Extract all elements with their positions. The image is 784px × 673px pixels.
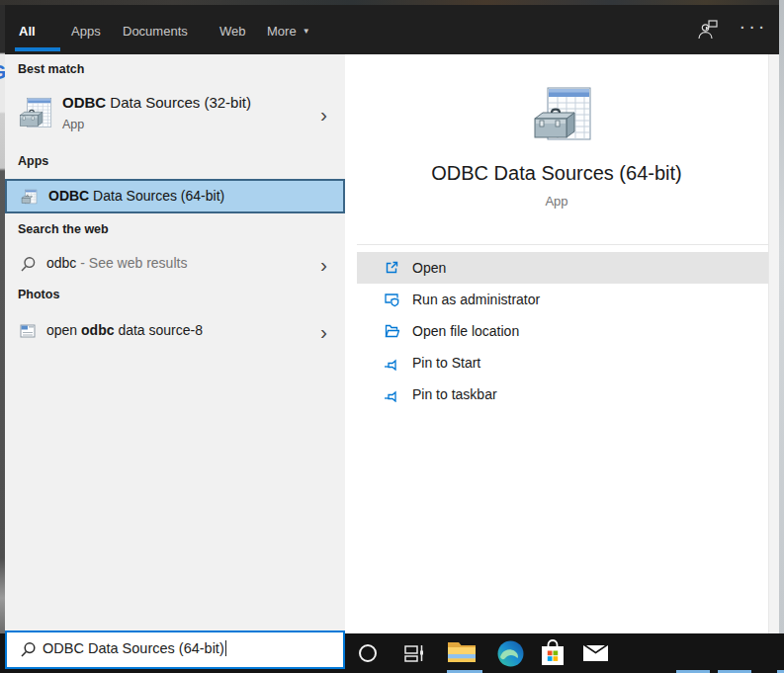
tab-all[interactable]: All — [19, 24, 36, 39]
chevron-right-icon: › — [320, 321, 327, 342]
search-web-heading: Search the web — [18, 222, 109, 236]
mail-icon[interactable] — [582, 642, 609, 668]
more-options-icon[interactable]: ··· — [737, 15, 770, 38]
tab-more[interactable]: More▼ — [267, 24, 310, 39]
search-icon — [20, 256, 37, 277]
action-pin-to-start[interactable]: Pin to Start — [357, 347, 768, 379]
preview-panel: ODBC Data Sources (64-bit) App Open Run … — [345, 54, 768, 633]
result-title: odbc - See web results — [46, 255, 187, 271]
divider — [357, 244, 768, 245]
active-tab-indicator — [15, 47, 60, 51]
search-input[interactable]: ODBC Data Sources (64-bit) — [5, 631, 345, 669]
preview-app-title: ODBC Data Sources (64-bit) — [345, 162, 768, 185]
scrollbar[interactable] — [768, 54, 779, 633]
apps-heading: Apps — [18, 154, 48, 168]
result-photo[interactable]: open odbc data source-8 › — [5, 312, 345, 352]
results-panel: Best match — [5, 54, 345, 633]
result-odbc-64bit-selected[interactable]: ODBC Data Sources (64-bit) — [5, 179, 345, 213]
tab-apps[interactable]: Apps — [71, 24, 101, 39]
admin-shield-icon — [384, 292, 399, 307]
tab-documents[interactable]: Documents — [123, 24, 188, 39]
text-cursor — [225, 640, 226, 656]
action-pin-to-taskbar[interactable]: Pin to taskbar — [357, 379, 768, 410]
chevron-right-icon: › — [320, 254, 327, 275]
result-odbc-32bit[interactable]: ODBC Data Sources (32-bit) App › — [5, 83, 345, 146]
odbc-app-icon — [18, 96, 53, 135]
open-icon — [384, 260, 399, 276]
result-title: open odbc data source-8 — [46, 322, 203, 338]
result-web-search[interactable]: odbc - See web results › — [5, 245, 345, 285]
chevron-right-icon: › — [320, 104, 327, 125]
photos-heading: Photos — [18, 288, 59, 301]
file-explorer-icon[interactable] — [446, 639, 478, 669]
result-title: ODBC Data Sources (32-bit) — [62, 94, 251, 111]
microsoft-store-icon[interactable] — [540, 639, 566, 670]
odbc-app-icon-large — [531, 84, 594, 151]
search-query-text: ODBC Data Sources (64-bit) — [43, 640, 226, 656]
task-view-icon[interactable] — [404, 642, 426, 668]
search-header: All Apps Documents Web More▼ ··· — [5, 5, 779, 54]
action-run-as-admin[interactable]: Run as administrator — [357, 284, 768, 315]
desktop-edge-right — [779, 0, 784, 633]
best-match-heading: Best match — [18, 62, 84, 76]
action-open-file-location[interactable]: Open file location — [357, 315, 768, 347]
folder-location-icon — [384, 323, 399, 339]
cortana-icon[interactable] — [359, 644, 377, 662]
odbc-app-icon-small — [21, 189, 38, 210]
search-icon — [20, 641, 37, 662]
result-type-label: App — [62, 118, 84, 131]
photo-thumbnail-icon — [20, 323, 36, 343]
pin-icon — [384, 355, 399, 371]
feedback-person-icon[interactable] — [695, 18, 721, 43]
preview-app-type: App — [345, 194, 768, 209]
action-open[interactable]: Open — [357, 252, 768, 284]
result-title: ODBC Data Sources (64-bit) — [48, 188, 224, 204]
windows-search-screen: G All Apps Documents Web More▼ ··· Best … — [0, 0, 784, 673]
pin-icon — [384, 386, 399, 402]
tab-web[interactable]: Web — [219, 24, 246, 39]
chevron-down-icon: ▼ — [303, 27, 310, 36]
edge-icon[interactable] — [497, 640, 524, 671]
